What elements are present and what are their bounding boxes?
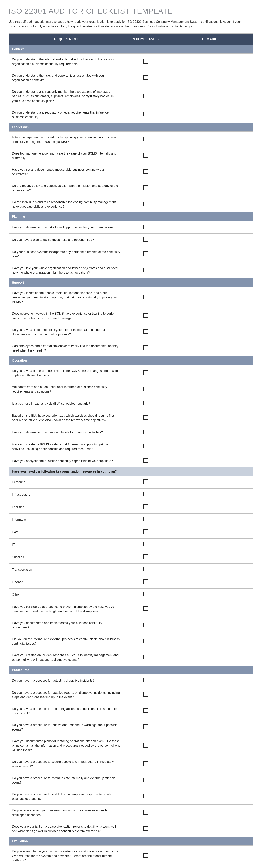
requirement-cell: Supplies — [9, 551, 124, 563]
checkbox[interactable] — [143, 313, 148, 318]
checkbox[interactable] — [143, 542, 148, 547]
checkbox[interactable] — [143, 678, 148, 682]
checkbox[interactable] — [143, 153, 148, 158]
remarks-cell[interactable] — [168, 308, 253, 324]
checkbox[interactable] — [143, 401, 148, 405]
checkbox[interactable] — [143, 137, 148, 141]
checkbox[interactable] — [143, 225, 148, 229]
remarks-cell[interactable] — [168, 788, 253, 804]
remarks-cell[interactable] — [168, 804, 253, 820]
checkbox[interactable] — [143, 112, 148, 117]
checkbox[interactable] — [143, 202, 148, 206]
remarks-cell[interactable] — [168, 365, 253, 381]
remarks-cell[interactable] — [168, 538, 253, 551]
checkbox[interactable] — [143, 708, 148, 713]
remarks-cell[interactable] — [168, 866, 253, 868]
checkbox[interactable] — [143, 743, 148, 747]
checkbox[interactable] — [143, 762, 148, 766]
remarks-cell[interactable] — [168, 476, 253, 488]
remarks-cell[interactable] — [168, 180, 253, 196]
checkbox[interactable] — [143, 251, 148, 256]
checkbox[interactable] — [143, 639, 148, 643]
checkbox[interactable] — [143, 458, 148, 463]
remarks-cell[interactable] — [168, 633, 253, 649]
remarks-cell[interactable] — [168, 513, 253, 526]
checkbox[interactable] — [143, 810, 148, 814]
checkbox[interactable] — [143, 504, 148, 509]
remarks-cell[interactable] — [168, 488, 253, 501]
remarks-cell[interactable] — [168, 846, 253, 866]
checkbox[interactable] — [143, 169, 148, 174]
checkbox[interactable] — [143, 345, 148, 350]
remarks-cell[interactable] — [168, 324, 253, 340]
checkbox[interactable] — [143, 185, 148, 190]
remarks-cell[interactable] — [168, 526, 253, 538]
checkbox[interactable] — [143, 444, 148, 448]
checkbox[interactable] — [143, 295, 148, 299]
remarks-cell[interactable] — [168, 86, 253, 106]
checkbox[interactable] — [143, 59, 148, 64]
remarks-cell[interactable] — [168, 455, 253, 467]
checkbox[interactable] — [143, 580, 148, 584]
checkbox[interactable] — [143, 517, 148, 522]
checkbox[interactable] — [143, 386, 148, 391]
checkbox[interactable] — [143, 567, 148, 571]
checkbox[interactable] — [143, 529, 148, 534]
checkbox[interactable] — [143, 692, 148, 696]
remarks-cell[interactable] — [168, 196, 253, 212]
remarks-cell[interactable] — [168, 234, 253, 246]
remarks-cell[interactable] — [168, 148, 253, 164]
remarks-cell[interactable] — [168, 821, 253, 837]
remarks-cell[interactable] — [168, 381, 253, 397]
checkbox[interactable] — [143, 415, 148, 420]
checkbox[interactable] — [143, 479, 148, 484]
checkbox[interactable] — [143, 555, 148, 559]
remarks-cell[interactable] — [168, 287, 253, 308]
checkbox[interactable] — [143, 94, 148, 98]
remarks-cell[interactable] — [168, 340, 253, 356]
remarks-cell[interactable] — [168, 551, 253, 563]
remarks-cell[interactable] — [168, 106, 253, 123]
remarks-cell[interactable] — [168, 221, 253, 234]
checkbox[interactable] — [143, 592, 148, 596]
checkbox[interactable] — [143, 430, 148, 434]
checkbox[interactable] — [143, 75, 148, 80]
remarks-cell[interactable] — [168, 262, 253, 278]
remarks-cell[interactable] — [168, 438, 253, 455]
remarks-cell[interactable] — [168, 576, 253, 588]
checkbox[interactable] — [143, 370, 148, 375]
remarks-cell[interactable] — [168, 164, 253, 180]
remarks-cell[interactable] — [168, 54, 253, 70]
remarks-cell[interactable] — [168, 563, 253, 576]
checkbox[interactable] — [143, 492, 148, 496]
remarks-cell[interactable] — [168, 397, 253, 410]
remarks-cell[interactable] — [168, 649, 253, 665]
remarks-cell[interactable] — [168, 588, 253, 601]
remarks-cell[interactable] — [168, 719, 253, 735]
checkbox[interactable] — [143, 826, 148, 831]
checkbox[interactable] — [143, 853, 148, 858]
checkbox[interactable] — [143, 268, 148, 272]
checkbox[interactable] — [143, 778, 148, 782]
remarks-cell[interactable] — [168, 426, 253, 438]
remarks-cell[interactable] — [168, 617, 253, 633]
checkbox[interactable] — [143, 237, 148, 242]
checkbox[interactable] — [143, 655, 148, 659]
remarks-cell[interactable] — [168, 501, 253, 513]
remarks-cell[interactable] — [168, 70, 253, 86]
remarks-cell[interactable] — [168, 687, 253, 703]
remarks-cell[interactable] — [168, 735, 253, 756]
remarks-cell[interactable] — [168, 246, 253, 262]
remarks-cell[interactable] — [168, 410, 253, 426]
checkbox[interactable] — [143, 623, 148, 627]
checkbox[interactable] — [143, 606, 148, 611]
remarks-cell[interactable] — [168, 601, 253, 617]
remarks-cell[interactable] — [168, 772, 253, 788]
remarks-cell[interactable] — [168, 131, 253, 148]
checkbox[interactable] — [143, 329, 148, 334]
remarks-cell[interactable] — [168, 703, 253, 719]
remarks-cell[interactable] — [168, 674, 253, 687]
remarks-cell[interactable] — [168, 756, 253, 772]
checkbox[interactable] — [143, 724, 148, 729]
checkbox[interactable] — [143, 794, 148, 798]
